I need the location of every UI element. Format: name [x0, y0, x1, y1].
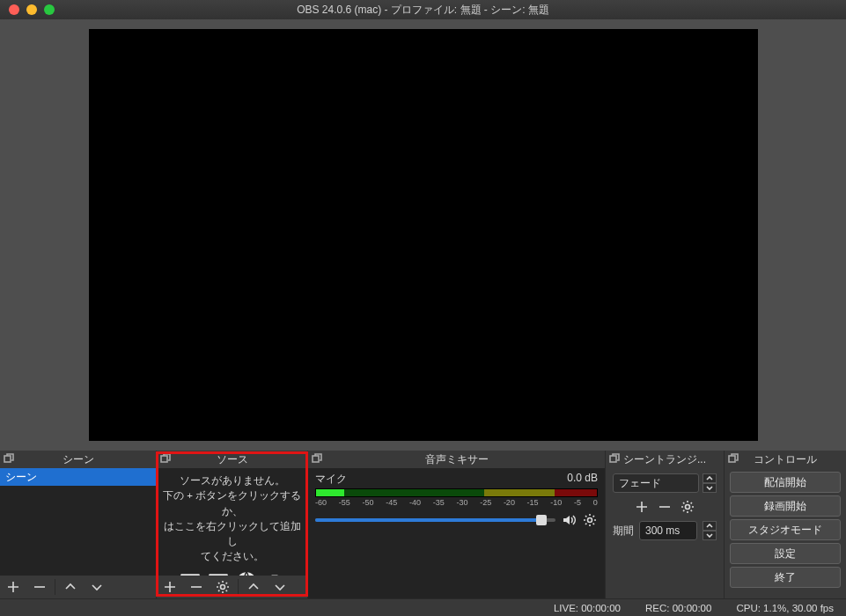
scene-up-button[interactable] [57, 576, 84, 598]
transitions-panel: シーントランジ... フェード 期間 300 ms [606, 451, 725, 598]
svg-rect-12 [610, 456, 616, 462]
panels-row: シーン シーン ソース ソースがありません。 下の + ボタンをクリックするか、… [0, 451, 846, 598]
mixer-title: 音声ミキサー [425, 452, 489, 467]
source-down-button[interactable] [267, 576, 293, 598]
chevron-up-icon[interactable] [703, 521, 717, 531]
scenes-panel: シーン シーン [0, 451, 157, 598]
sources-empty-message: ソースがありません。 下の + ボタンをクリックするか、 はここを右クリックして… [157, 468, 307, 576]
controls-header[interactable]: コントロール [725, 451, 846, 468]
status-rec: REC: 00:00:00 [645, 603, 711, 613]
sources-list[interactable]: ソースがありません。 下の + ボタンをクリックするか、 はここを右クリックして… [157, 468, 307, 576]
tick: -45 [386, 498, 397, 507]
mixer-panel: 音声ミキサー マイク 0.0 dB -60 -55 -50 -45 -40 -3… [308, 451, 606, 598]
speaker-icon[interactable] [561, 512, 577, 528]
exit-button[interactable]: 終了 [730, 567, 841, 588]
popout-icon[interactable] [312, 453, 322, 464]
tick: -30 [456, 498, 467, 507]
sources-title: ソース [217, 452, 248, 467]
start-stream-button[interactable]: 配信開始 [730, 472, 841, 493]
duration-stepper[interactable] [703, 521, 717, 540]
source-up-button[interactable] [240, 576, 267, 598]
mixer-body: マイク 0.0 dB -60 -55 -50 -45 -40 -35 -30 -… [308, 468, 605, 598]
chevron-up-icon[interactable] [703, 473, 717, 483]
tick: -10 [550, 498, 562, 507]
source-properties-button[interactable] [210, 576, 236, 598]
svg-point-9 [221, 585, 225, 590]
add-transition-button[interactable] [632, 498, 651, 516]
tick: -50 [362, 498, 373, 507]
chevron-down-icon[interactable] [703, 483, 717, 493]
sources-toolbar [157, 576, 307, 598]
titlebar: OBS 24.0.6 (mac) - プロファイル: 無題 - シーン: 無題 [0, 0, 846, 19]
transition-stepper[interactable] [703, 473, 717, 493]
svg-rect-2 [180, 574, 200, 576]
transitions-body: フェード 期間 300 ms [606, 468, 724, 546]
remove-scene-button[interactable] [26, 576, 53, 598]
camera-icon [263, 570, 286, 576]
volume-slider[interactable] [315, 518, 555, 522]
svg-rect-10 [313, 456, 319, 462]
svg-rect-0 [4, 456, 11, 462]
meter-ticks: -60 -55 -50 -45 -40 -35 -30 -25 -20 -15 … [315, 498, 598, 507]
svg-rect-1 [161, 456, 167, 462]
sources-panel: ソース ソースがありません。 下の + ボタンをクリックするか、 はここを右クリ… [157, 451, 308, 598]
remove-transition-button[interactable] [655, 498, 674, 516]
statusbar: LIVE: 00:00:00 REC: 00:00:00 CPU: 1.1%, … [0, 598, 846, 616]
mixer-channel: マイク 0.0 dB -60 -55 -50 -45 -40 -35 -30 -… [308, 468, 605, 532]
transition-properties-button[interactable] [678, 498, 697, 516]
scene-item[interactable]: シーン [0, 468, 156, 486]
svg-point-11 [588, 518, 592, 523]
svg-point-13 [686, 505, 690, 510]
globe-icon [235, 570, 258, 576]
sources-empty-line: はここを右クリックして追加し [162, 519, 302, 550]
tick: -15 [527, 498, 539, 507]
tick: -5 [574, 498, 581, 507]
add-source-button[interactable] [157, 576, 183, 598]
display-icon [207, 570, 230, 576]
svg-rect-4 [209, 574, 228, 576]
transition-select[interactable]: フェード [613, 473, 699, 493]
scenes-list[interactable]: シーン [0, 468, 156, 576]
tick: -60 [315, 498, 327, 507]
audio-meter: -60 -55 -50 -45 -40 -35 -30 -25 -20 -15 … [315, 488, 598, 507]
sources-empty-line: ソースがありません。 [162, 473, 302, 488]
scenes-header[interactable]: シーン [0, 451, 156, 468]
sources-empty-line: てください。 [162, 549, 302, 564]
tick: -25 [480, 498, 491, 507]
duration-label: 期間 [613, 524, 634, 539]
transitions-header[interactable]: シーントランジ... [606, 451, 724, 468]
sources-hint-icons [162, 570, 302, 576]
remove-source-button[interactable] [183, 576, 210, 598]
tick: -55 [339, 498, 350, 507]
tick: -20 [504, 498, 515, 507]
scenes-title: シーン [63, 452, 94, 467]
start-record-button[interactable]: 録画開始 [730, 495, 841, 517]
popout-icon[interactable] [160, 453, 171, 464]
tick: -40 [409, 498, 421, 507]
gear-icon[interactable] [582, 512, 598, 528]
popout-icon[interactable] [4, 453, 14, 464]
status-cpu: CPU: 1.1%, 30.00 fps [736, 603, 834, 613]
mixer-header[interactable]: 音声ミキサー [308, 451, 605, 468]
preview-canvas[interactable] [89, 29, 758, 441]
sources-header[interactable]: ソース [157, 451, 307, 468]
scene-down-button[interactable] [84, 576, 110, 598]
chevron-down-icon[interactable] [703, 531, 717, 540]
transitions-title: シーントランジ... [623, 452, 706, 467]
status-live: LIVE: 00:00:00 [554, 603, 621, 613]
add-scene-button[interactable] [0, 576, 26, 598]
popout-icon[interactable] [728, 453, 739, 464]
controls-title: コントロール [754, 452, 817, 467]
image-icon [179, 570, 202, 576]
studio-mode-button[interactable]: スタジオモード [730, 519, 841, 540]
tick: 0 [593, 498, 598, 507]
scenes-toolbar [0, 576, 156, 598]
mixer-channel-db: 0.0 dB [567, 472, 598, 487]
sources-empty-line: 下の + ボタンをクリックするか、 [162, 488, 302, 519]
duration-input[interactable]: 300 ms [639, 521, 697, 540]
controls-panel: コントロール 配信開始 録画開始 スタジオモード 設定 終了 [725, 451, 846, 598]
popout-icon[interactable] [609, 453, 620, 464]
svg-rect-14 [729, 456, 735, 462]
settings-button[interactable]: 設定 [730, 543, 841, 564]
controls-body: 配信開始 録画開始 スタジオモード 設定 終了 [725, 468, 846, 591]
